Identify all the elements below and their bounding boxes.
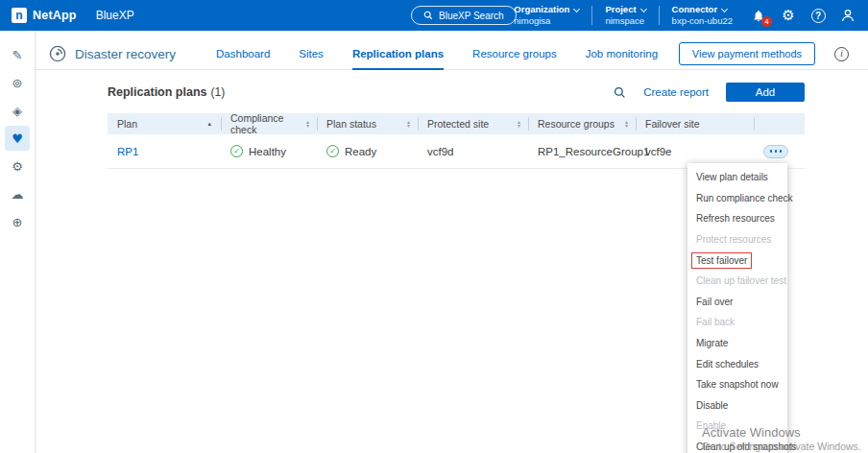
list-count: (1) bbox=[211, 85, 226, 99]
list-header: Replication plans (1) Create report Add bbox=[108, 81, 805, 104]
sidebar-item-storage[interactable]: ⊚ bbox=[5, 70, 30, 95]
view-payment-methods-button[interactable]: View payment methods bbox=[679, 42, 815, 65]
service-sidebar: ✎ ⊚ ◈ ♥ ⚙ ☁ ⊕ bbox=[0, 31, 36, 453]
menu-item-fail-over[interactable]: Fail over bbox=[687, 292, 787, 313]
protection-heart-icon: ♥ bbox=[12, 131, 23, 146]
pencil-icon: ✎ bbox=[12, 48, 23, 62]
cloud-icon: ☁ bbox=[12, 187, 24, 202]
shield-icon: ◈ bbox=[12, 104, 22, 118]
table-search-icon[interactable] bbox=[614, 86, 626, 99]
menu-item-migrate[interactable]: Migrate bbox=[687, 333, 787, 354]
tab-dashboard[interactable]: Dashboard bbox=[216, 38, 270, 70]
failover-site-value: vcf9e bbox=[645, 146, 672, 157]
menu-item-view-plan-details[interactable]: View plan details bbox=[687, 167, 787, 188]
netapp-logo[interactable]: n bbox=[12, 8, 27, 23]
globe-icon: ⊕ bbox=[12, 215, 23, 229]
menu-item-test-failover[interactable]: Test failover bbox=[687, 250, 787, 271]
chevron-down-icon bbox=[721, 6, 728, 12]
user-avatar-icon bbox=[840, 8, 856, 23]
sort-icon[interactable]: ▴▾ bbox=[518, 120, 520, 129]
chevron-down-icon bbox=[640, 6, 647, 12]
column-header-resource-groups[interactable]: Resource groups ▴▾ bbox=[528, 113, 636, 134]
sidebar-item-extensions[interactable]: ⊕ bbox=[5, 209, 30, 234]
row-actions-context-menu: View plan details Run compliance check R… bbox=[687, 163, 787, 453]
main-area: Disaster recovery Dashboard Sites Replic… bbox=[36, 31, 868, 453]
page-title: Disaster recovery bbox=[75, 47, 176, 61]
divider bbox=[591, 6, 592, 25]
divider bbox=[659, 6, 660, 25]
project-value: nimspace bbox=[605, 15, 645, 27]
list-title: Replication plans bbox=[108, 85, 207, 99]
column-header-protected-site[interactable]: Protected site ▴▾ bbox=[418, 113, 528, 134]
column-header-failover-site[interactable]: Failover site bbox=[636, 113, 754, 134]
replication-plans-table: Plan ▴ Compliance check ▴▾ Plan status ▴… bbox=[108, 113, 805, 169]
column-header-plan-status[interactable]: Plan status ▴▾ bbox=[317, 113, 418, 134]
bluexp-app-window: n NetApp BlueXP BlueXP Search Organizati… bbox=[0, 0, 868, 453]
tab-job-monitoring[interactable]: Job monitoring bbox=[586, 38, 658, 70]
create-report-link[interactable]: Create report bbox=[643, 86, 709, 98]
notifications-button[interactable]: 4 bbox=[750, 7, 767, 24]
protected-site-value: vcf9d bbox=[427, 146, 454, 157]
storage-icon: ⊚ bbox=[12, 76, 23, 90]
menu-item-clean-up-old-snapshots[interactable]: Clean up old snapshots bbox=[687, 437, 787, 453]
menu-item-protect-resources: Protect resources bbox=[687, 229, 787, 250]
connector-selector[interactable]: Connector bxp-con-ubu22 bbox=[672, 4, 733, 27]
menu-item-enable: Enable bbox=[687, 416, 787, 437]
gear-icon: ⚙ bbox=[782, 9, 794, 23]
sidebar-item-canvas[interactable]: ✎ bbox=[5, 42, 30, 67]
sort-ascending-icon[interactable]: ▴ bbox=[207, 120, 211, 128]
sidebar-item-mobility[interactable]: ☁ bbox=[5, 181, 30, 206]
help-icon: ? bbox=[811, 9, 826, 23]
product-name: BlueXP bbox=[96, 9, 134, 22]
chevron-down-icon bbox=[573, 6, 580, 12]
ready-check-icon: ✓ bbox=[326, 145, 339, 157]
column-header-actions bbox=[754, 113, 805, 134]
top-bar: n NetApp BlueXP BlueXP Search Organizati… bbox=[0, 0, 868, 31]
add-plan-button[interactable]: Add bbox=[726, 83, 805, 102]
menu-item-refresh-resources[interactable]: Refresh resources bbox=[687, 208, 787, 229]
search-icon bbox=[423, 11, 433, 20]
tab-bar: Dashboard Sites Replication plans Resour… bbox=[216, 38, 658, 70]
organization-selector[interactable]: Organization nimogisa bbox=[514, 4, 579, 27]
info-icon[interactable]: i bbox=[834, 47, 849, 61]
menu-item-clean-up-failover-test: Clean up failover test bbox=[687, 271, 787, 292]
project-selector[interactable]: Project nimspace bbox=[605, 4, 645, 27]
resource-groups-value: RP1_ResourceGroup1 bbox=[538, 146, 649, 157]
brand-name: NetApp bbox=[33, 9, 77, 22]
row-actions-menu-button[interactable] bbox=[763, 145, 788, 158]
column-header-plan[interactable]: Plan ▴ bbox=[108, 113, 221, 134]
notification-count-badge: 4 bbox=[761, 16, 772, 27]
menu-item-disable[interactable]: Disable bbox=[687, 395, 787, 417]
column-header-compliance-check[interactable]: Compliance check ▴▾ bbox=[221, 113, 317, 134]
menu-item-run-compliance-check[interactable]: Run compliance check bbox=[687, 188, 787, 209]
sidebar-item-control[interactable]: ⚙ bbox=[5, 154, 30, 179]
connector-value: bxp-con-ubu22 bbox=[672, 15, 733, 27]
organization-value: nimogisa bbox=[514, 15, 579, 27]
compliance-value: Healthy bbox=[249, 146, 286, 157]
control-gear-icon: ⚙ bbox=[12, 159, 23, 174]
menu-item-fail-back: Fail back bbox=[687, 312, 787, 333]
disaster-recovery-icon bbox=[49, 45, 66, 62]
global-search[interactable]: BlueXP Search bbox=[411, 6, 517, 25]
tab-resource-groups[interactable]: Resource groups bbox=[472, 38, 557, 70]
settings-button[interactable]: ⚙ bbox=[780, 7, 797, 24]
menu-item-take-snapshot-now[interactable]: Take snapshot now bbox=[687, 374, 787, 395]
sort-icon[interactable]: ▴▾ bbox=[407, 120, 410, 129]
sidebar-item-health[interactable]: ◈ bbox=[5, 98, 30, 123]
sort-icon[interactable]: ▴▾ bbox=[625, 120, 628, 129]
service-header: Disaster recovery Dashboard Sites Replic… bbox=[36, 38, 868, 70]
account-button[interactable] bbox=[839, 7, 856, 24]
plan-status-value: Ready bbox=[345, 146, 376, 157]
table-header-row: Plan ▴ Compliance check ▴▾ Plan status ▴… bbox=[108, 113, 805, 134]
sort-icon[interactable]: ▴▾ bbox=[306, 120, 309, 129]
healthy-check-icon: ✓ bbox=[230, 145, 243, 157]
menu-item-edit-schedules[interactable]: Edit schedules bbox=[687, 353, 787, 374]
sidebar-item-protection[interactable]: ♥ bbox=[5, 126, 30, 151]
tab-replication-plans[interactable]: Replication plans bbox=[352, 38, 444, 70]
help-button[interactable]: ? bbox=[809, 7, 827, 24]
global-search-label: BlueXP Search bbox=[439, 11, 504, 21]
plan-link[interactable]: RP1 bbox=[117, 146, 138, 157]
tab-sites[interactable]: Sites bbox=[299, 38, 324, 70]
